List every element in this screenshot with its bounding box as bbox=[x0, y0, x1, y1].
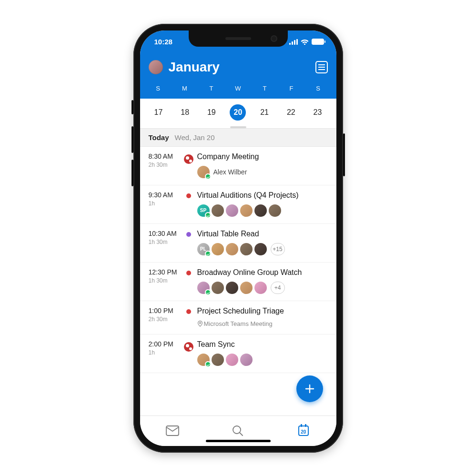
calendar-icon: 20 bbox=[298, 425, 309, 436]
plus-icon bbox=[304, 383, 316, 395]
event-row[interactable]: 8:30 AM2h 30mCompany MeetingAlex Wilber bbox=[140, 147, 336, 185]
event-time-col: 9:30 AM1h bbox=[149, 191, 180, 217]
cellular-signal-icon bbox=[289, 39, 298, 45]
week-dates-strip[interactable]: 17181920212223 bbox=[140, 99, 336, 128]
event-marker-col bbox=[183, 340, 194, 366]
date-cell[interactable]: 18 bbox=[177, 104, 193, 121]
attendee-avatar bbox=[254, 204, 267, 217]
event-row[interactable]: 1:00 PM2h 30mProject Scheduling TriageMi… bbox=[140, 301, 336, 334]
attendee-avatar bbox=[226, 282, 238, 294]
event-title: Broadway Online Group Watch bbox=[197, 268, 328, 277]
event-start: 10:30 AM bbox=[149, 230, 180, 237]
event-body: Company MeetingAlex Wilber bbox=[197, 152, 328, 178]
accepted-check-icon bbox=[205, 173, 211, 180]
attendee-avatar bbox=[240, 243, 253, 255]
accepted-check-icon bbox=[205, 251, 211, 257]
location-pin-icon bbox=[197, 320, 203, 327]
nav-mail[interactable] bbox=[140, 416, 205, 446]
calendar-icon-date: 20 bbox=[301, 429, 306, 435]
screen: 10:28 January SMTWTFS 17181920212223 bbox=[140, 30, 336, 446]
date-cell[interactable]: 17 bbox=[151, 104, 167, 121]
mail-icon bbox=[166, 425, 179, 436]
events-list[interactable]: 8:30 AM2h 30mCompany MeetingAlex Wilber9… bbox=[140, 147, 336, 415]
event-row[interactable]: 10:30 AM1h 30mVirtual Table ReadPL+15 bbox=[140, 224, 336, 263]
attendee-avatar bbox=[197, 354, 210, 366]
event-row[interactable]: 12:30 PM1h 30mBroadway Online Group Watc… bbox=[140, 263, 336, 301]
attendee-avatar bbox=[212, 282, 224, 294]
svg-point-0 bbox=[199, 322, 201, 324]
event-time-col: 12:30 PM1h 30m bbox=[149, 268, 180, 294]
date-cell[interactable]: 23 bbox=[309, 104, 325, 121]
event-time-col: 10:30 AM1h 30m bbox=[149, 230, 180, 255]
attendee-avatar bbox=[254, 243, 267, 255]
dow-label: T bbox=[257, 85, 273, 92]
event-title: Project Scheduling Triage bbox=[197, 307, 328, 315]
date-cell[interactable]: 21 bbox=[256, 104, 273, 121]
search-icon bbox=[232, 425, 244, 437]
attendee-avatar bbox=[254, 282, 267, 294]
device-notch bbox=[189, 30, 288, 47]
event-subline: Alex Wilber bbox=[197, 166, 328, 178]
wifi-icon bbox=[301, 39, 309, 45]
attendee-overflow-count[interactable]: +4 bbox=[271, 282, 285, 294]
event-title: Team Sync bbox=[197, 340, 328, 349]
attendee-avatar bbox=[240, 354, 253, 366]
attendee-avatars: PL+15 bbox=[197, 243, 285, 255]
event-row[interactable]: 2:00 PM1hTeam Sync bbox=[140, 334, 336, 373]
attendee-overflow-count[interactable]: +15 bbox=[271, 243, 285, 255]
calendar-color-dot bbox=[186, 232, 191, 237]
today-date: Wed, Jan 20 bbox=[175, 133, 215, 142]
attendee-avatar bbox=[212, 243, 224, 255]
attendee-avatar bbox=[226, 354, 238, 366]
agenda-view-icon[interactable] bbox=[315, 61, 328, 73]
dow-label: S bbox=[151, 85, 166, 92]
attendee-avatar: PL bbox=[197, 243, 210, 255]
event-duration: 1h 30m bbox=[149, 277, 180, 284]
profile-avatar[interactable] bbox=[149, 60, 163, 74]
day-section-header: Today Wed, Jan 20 bbox=[140, 128, 336, 147]
attendee-avatars: +4 bbox=[197, 282, 285, 294]
accepted-check-icon bbox=[205, 212, 211, 218]
today-label: Today bbox=[149, 133, 169, 142]
event-subline bbox=[197, 354, 328, 366]
accepted-check-icon bbox=[205, 361, 211, 367]
event-title: Virtual Auditions (Q4 Projects) bbox=[197, 191, 328, 200]
date-cell[interactable]: 20 bbox=[230, 104, 246, 121]
teams-meeting-icon bbox=[184, 342, 193, 352]
event-body: Team Sync bbox=[197, 340, 328, 366]
nav-calendar[interactable]: 20 bbox=[271, 416, 336, 446]
event-duration: 2h 30m bbox=[149, 162, 180, 168]
event-body: Project Scheduling TriageMicrosoft Teams… bbox=[197, 307, 328, 327]
attendee-avatar bbox=[197, 282, 210, 294]
event-start: 8:30 AM bbox=[149, 152, 180, 160]
teams-meeting-icon bbox=[184, 154, 193, 164]
attendee-avatars: SP bbox=[197, 204, 281, 217]
attendee-avatar bbox=[212, 354, 224, 366]
attendee-avatar bbox=[226, 243, 238, 255]
home-indicator[interactable] bbox=[206, 440, 271, 442]
date-cell[interactable]: 22 bbox=[283, 104, 299, 121]
attendee-avatar bbox=[226, 204, 238, 217]
date-cell[interactable]: 19 bbox=[203, 104, 220, 121]
add-event-button[interactable] bbox=[296, 375, 323, 402]
event-start: 9:30 AM bbox=[149, 191, 180, 199]
event-subline: +4 bbox=[197, 282, 328, 294]
event-duration: 1h 30m bbox=[149, 239, 180, 245]
event-body: Virtual Table ReadPL+15 bbox=[197, 230, 328, 255]
event-marker-col bbox=[183, 191, 194, 217]
event-marker-col bbox=[183, 268, 194, 294]
dow-label: M bbox=[177, 85, 192, 92]
dow-label: W bbox=[231, 85, 246, 92]
event-subline: Microsoft Teams Meeting bbox=[197, 320, 328, 327]
dow-label: T bbox=[204, 85, 219, 92]
day-of-week-row: SMTWTFS bbox=[149, 79, 328, 99]
attendee-avatar bbox=[240, 204, 253, 217]
event-row[interactable]: 9:30 AM1hVirtual Auditions (Q4 Projects)… bbox=[140, 185, 336, 224]
event-title: Company Meeting bbox=[197, 152, 328, 161]
event-start: 12:30 PM bbox=[149, 268, 180, 276]
calendar-header: January SMTWTFS bbox=[140, 53, 336, 99]
event-duration: 1h bbox=[149, 200, 180, 207]
event-title: Virtual Table Read bbox=[197, 230, 328, 238]
month-title[interactable]: January bbox=[169, 60, 310, 75]
phone-frame: 10:28 January SMTWTFS 17181920212223 bbox=[133, 24, 343, 453]
